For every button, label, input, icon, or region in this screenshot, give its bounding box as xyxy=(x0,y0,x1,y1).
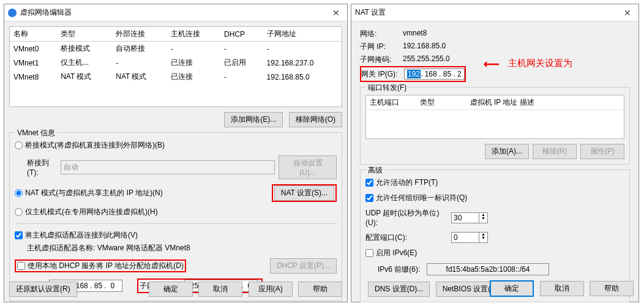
dhcp-checkbox[interactable] xyxy=(17,262,25,270)
vmnet-info-legend: VMnet 信息 xyxy=(15,128,58,138)
gateway-ip-label: 网关 IP(G): xyxy=(361,69,404,80)
network-label: 网络: xyxy=(360,29,403,39)
annotation-arrow-icon: ⟵ xyxy=(484,58,500,71)
config-port-stepper[interactable]: ▲▼ xyxy=(451,232,488,243)
config-port-label: 配置端口(C): xyxy=(365,233,451,243)
col-vm-ip: 虚拟机 IP 地址 xyxy=(470,97,520,108)
org-uid-label: 允许任何组织唯一标识符(Q) xyxy=(376,193,467,203)
col-type: 类型 xyxy=(420,97,470,108)
spinner-icon[interactable]: ▲▼ xyxy=(479,233,487,242)
help-button[interactable]: 帮助 xyxy=(298,282,342,297)
col-desc: 描述 xyxy=(520,97,620,108)
virtual-network-editor-window: 虚拟网络编辑器 ✕ 名称 类型 外部连接 主机连接 DHCP 子网地址 VMne… xyxy=(4,4,348,302)
ok-button[interactable]: 确定 xyxy=(149,282,193,297)
network-grid[interactable]: 名称 类型 外部连接 主机连接 DHCP 子网地址 VMnet0桥接模式自动桥接… xyxy=(9,26,342,107)
ipv6-checkbox[interactable] xyxy=(365,249,373,257)
spinner-icon[interactable]: ▲▼ xyxy=(479,213,487,223)
restore-defaults-button[interactable]: 还原默认设置(R) xyxy=(9,282,77,297)
advanced-legend: 高级 xyxy=(365,165,385,176)
nat-mode-label: NAT 模式(与虚拟机共享主机的 IP 地址)(N) xyxy=(25,188,163,198)
vmnet-info-fieldset: VMnet 信息 桥接模式(将虚拟机直接连接到外部网络)(B) 桥接到(T): … xyxy=(9,132,342,301)
pf-remove-button[interactable]: 移除(R) xyxy=(533,144,577,159)
remove-network-button[interactable]: 移除网络(O) xyxy=(289,112,342,127)
adapter-name-label: 主机虚拟适配器名称: xyxy=(27,244,95,252)
nat-settings-window: NAT 设置 ✕ 网络:vmnet8 子网 IP:192.168.85.0 子网… xyxy=(351,4,639,302)
help-button[interactable]: 帮助 xyxy=(590,281,634,296)
org-uid-checkbox[interactable] xyxy=(365,194,373,202)
active-ftp-label: 允许活动的 FTP(T) xyxy=(376,177,438,188)
active-ftp-checkbox[interactable] xyxy=(365,179,373,187)
subnet-ip-value: 192.168.85.0 xyxy=(403,42,446,52)
udp-timeout-label: UDP 超时(以秒为单位)(U): xyxy=(365,208,451,227)
nat-mode-radio[interactable] xyxy=(15,189,23,197)
col-subnet[interactable]: 子网地址 xyxy=(263,27,342,42)
port-forwarding-fieldset: 端口转发(F) 主机端口 类型 虚拟机 IP 地址 描述 添加(A)... 移除… xyxy=(360,87,630,165)
bridge-mode-radio[interactable] xyxy=(15,141,23,149)
annotation-text: 主机网关设置为 xyxy=(508,58,572,69)
col-ext[interactable]: 外部连接 xyxy=(112,27,167,42)
udp-timeout-stepper[interactable]: ▲▼ xyxy=(451,212,488,223)
host-adapter-label: 将主机虚拟适配器连接到此网络(V) xyxy=(25,230,138,241)
adapter-name-value: VMware 网络适配器 VMnet8 xyxy=(97,244,190,252)
col-type[interactable]: 类型 xyxy=(57,27,112,42)
host-adapter-checkbox[interactable] xyxy=(15,231,23,239)
apply-button[interactable]: 应用(A) xyxy=(249,282,293,297)
gateway-ip-input[interactable]: 192 . 168 . 85 . 2 xyxy=(404,69,465,80)
dhcp-label: 使用本地 DHCP 服务将 IP 地址分配给虚拟机(D) xyxy=(28,261,184,271)
ipv6-label: 启用 IPv6(E) xyxy=(376,248,417,258)
auto-settings-button[interactable]: 自动设置(U)... xyxy=(279,155,337,179)
window-title: 虚拟网络编辑器 xyxy=(20,7,329,18)
cancel-button[interactable]: 取消 xyxy=(198,282,242,297)
subnet-ip-label: 子网 IP: xyxy=(360,42,403,52)
add-network-button[interactable]: 添加网络(E)... xyxy=(224,112,283,127)
titlebar: NAT 设置 ✕ xyxy=(351,4,638,21)
titlebar: 虚拟网络编辑器 ✕ xyxy=(4,4,347,21)
bridge-to-select[interactable]: 自动 xyxy=(61,160,275,174)
ipv6-prefix-label: IPv6 前缀(6): xyxy=(378,264,427,275)
close-icon[interactable]: ✕ xyxy=(620,8,635,18)
network-value: vmnet8 xyxy=(403,29,427,39)
hostonly-mode-label: 仅主机模式(在专用网络内连接虚拟机)(H) xyxy=(25,207,158,217)
close-icon[interactable]: ✕ xyxy=(329,8,343,18)
app-icon xyxy=(8,9,17,17)
nat-settings-button[interactable]: NAT 设置(S)... xyxy=(274,185,334,201)
col-dhcp[interactable]: DHCP xyxy=(220,27,263,42)
col-host[interactable]: 主机连接 xyxy=(167,27,220,42)
dhcp-settings-button[interactable]: DHCP 设置(P)... xyxy=(270,258,337,274)
subnet-mask-label: 子网掩码: xyxy=(360,54,403,65)
hostonly-mode-radio[interactable] xyxy=(15,208,23,216)
table-row[interactable]: VMnet0桥接模式自动桥接--- xyxy=(10,42,342,56)
col-host-port: 主机端口 xyxy=(370,97,420,108)
pf-properties-button[interactable]: 属性(P) xyxy=(580,144,624,159)
col-name[interactable]: 名称 xyxy=(10,27,57,42)
ok-button[interactable]: 确定 xyxy=(490,280,534,297)
port-forwarding-legend: 端口转发(F) xyxy=(365,83,409,93)
ipv6-prefix-input[interactable] xyxy=(427,263,549,275)
port-forwarding-list[interactable]: 主机端口 类型 虚拟机 IP 地址 描述 xyxy=(365,95,624,139)
bridge-mode-label: 桥接模式(将虚拟机直接连接到外部网络)(B) xyxy=(25,140,165,151)
bridge-to-label: 桥接到(T): xyxy=(27,158,59,177)
subnet-mask-value: 255.255.255.0 xyxy=(403,54,450,65)
table-row[interactable]: VMnet1仅主机...-已连接已启用192.168.237.0 xyxy=(10,56,342,70)
window-title: NAT 设置 xyxy=(355,7,620,18)
pf-add-button[interactable]: 添加(A)... xyxy=(485,144,529,159)
table-row[interactable]: VMnet8NAT 模式NAT 模式已连接-192.168.85.0 xyxy=(10,70,342,84)
cancel-button[interactable]: 取消 xyxy=(540,281,584,296)
